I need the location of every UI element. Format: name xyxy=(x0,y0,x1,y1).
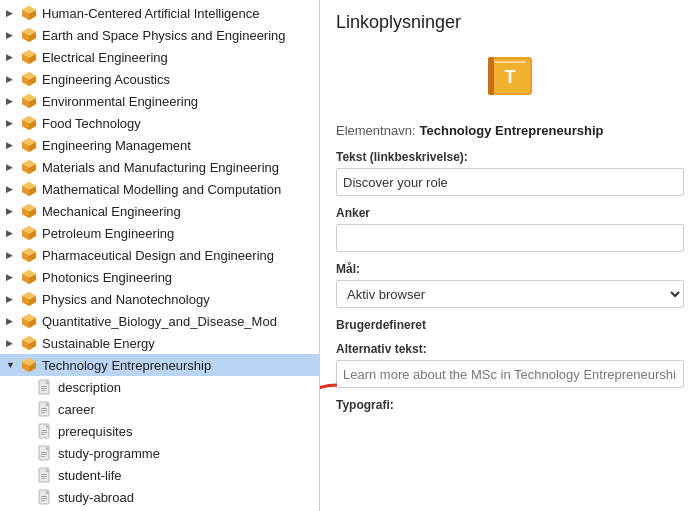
cube-icon xyxy=(20,93,38,109)
cube-icon xyxy=(20,27,38,43)
tree-item[interactable]: ▼ Technology Entrepreneurship xyxy=(0,354,319,376)
expand-arrow[interactable]: ▶ xyxy=(6,228,18,238)
tree-item-label: Pharmaceutical Design and Engineering xyxy=(42,248,274,263)
cube-icon xyxy=(20,49,38,65)
svg-rect-81 xyxy=(41,432,47,433)
typography-group: Typografi: xyxy=(336,398,684,412)
cube-icon xyxy=(20,313,38,329)
svg-rect-96 xyxy=(41,498,47,499)
expand-arrow[interactable]: ▶ xyxy=(6,184,18,194)
cube-icon xyxy=(20,291,38,307)
tree-item[interactable]: ▶ Sustainable Energy xyxy=(0,332,319,354)
element-name-value: Technology Entrepreneurship xyxy=(420,123,604,138)
svg-rect-97 xyxy=(41,500,45,501)
tree-item-label: Mechanical Engineering xyxy=(42,204,181,219)
tree-item-label: Human-Centered Artificial Intelligence xyxy=(42,6,260,21)
cube-icon xyxy=(20,159,38,175)
svg-rect-71 xyxy=(41,388,47,389)
tree-item-label: career xyxy=(58,402,95,417)
expand-arrow[interactable]: ▶ xyxy=(6,338,18,348)
tree-item[interactable]: ▶ Materials and Manufacturing Engineerin… xyxy=(0,156,319,178)
expand-arrow[interactable]: ▶ xyxy=(6,118,18,128)
tree-item-label: Technology Entrepreneurship xyxy=(42,358,211,373)
tree-item[interactable]: ▶ Electrical Engineering xyxy=(0,46,319,68)
tree-item[interactable]: ▶ Pharmaceutical Design and Engineering xyxy=(0,244,319,266)
svg-rect-87 xyxy=(41,456,45,457)
tree-item[interactable]: prerequisites xyxy=(0,420,319,442)
expand-arrow[interactable]: ▶ xyxy=(6,294,18,304)
svg-rect-77 xyxy=(41,412,45,413)
tree-item-label: Environmental Engineering xyxy=(42,94,198,109)
cube-icon xyxy=(20,71,38,87)
alt-text-input[interactable] xyxy=(336,360,684,388)
doc-icon xyxy=(36,489,54,505)
expand-arrow[interactable]: ▶ xyxy=(6,74,18,84)
user-defined-group: Brugerdefineret xyxy=(336,318,684,332)
tree-item[interactable]: ▶ Physics and Nanotechnology xyxy=(0,288,319,310)
svg-rect-92 xyxy=(41,478,45,479)
expand-arrow[interactable]: ▶ xyxy=(6,8,18,18)
tree-item[interactable]: ▶ Engineering Management xyxy=(0,134,319,156)
svg-rect-82 xyxy=(41,434,45,435)
tree-item[interactable]: student-life xyxy=(0,464,319,486)
tree-item[interactable]: ▶ Petroleum Engineering xyxy=(0,222,319,244)
tree-item[interactable]: study-abroad xyxy=(0,486,319,508)
tree-item-label: Photonics Engineering xyxy=(42,270,172,285)
cube-icon xyxy=(20,247,38,263)
expand-arrow[interactable]: ▶ xyxy=(6,30,18,40)
expand-arrow[interactable]: ▶ xyxy=(6,140,18,150)
tree-item-label: Sustainable Energy xyxy=(42,336,155,351)
tree-item-label: Mathematical Modelling and Computation xyxy=(42,182,281,197)
expand-arrow[interactable]: ▶ xyxy=(6,162,18,172)
svg-rect-76 xyxy=(41,410,47,411)
tree-item[interactable]: ▶ Photonics Engineering xyxy=(0,266,319,288)
expand-arrow[interactable]: ▶ xyxy=(6,250,18,260)
expand-arrow[interactable]: ▶ xyxy=(6,96,18,106)
tree-item[interactable]: ▶ Quantitative_Biology_and_Disease_Mod xyxy=(0,310,319,332)
anchor-label: Anker xyxy=(336,206,684,220)
tree-item[interactable]: ▶ Environmental Engineering xyxy=(0,90,319,112)
tree-item[interactable]: ▶ Mathematical Modelling and Computation xyxy=(0,178,319,200)
typography-label: Typografi: xyxy=(336,398,684,412)
element-name-row: Elementnavn: Technology Entrepreneurship xyxy=(336,123,684,138)
tree-item[interactable]: ▶ Food Technology xyxy=(0,112,319,134)
expand-arrow[interactable]: ▶ xyxy=(6,52,18,62)
tree-item[interactable]: ▶ Earth and Space Physics and Engineerin… xyxy=(0,24,319,46)
collapse-arrow[interactable]: ▼ xyxy=(6,360,18,370)
right-panel: Linkoplysninger T Elementnavn: Technolog… xyxy=(320,0,700,511)
tree-item[interactable]: ▶ Human-Centered Artificial Intelligence xyxy=(0,2,319,24)
tree-item[interactable]: career xyxy=(0,398,319,420)
cube-icon xyxy=(20,203,38,219)
doc-icon xyxy=(36,401,54,417)
tree-item[interactable]: ▶ Engineering Acoustics xyxy=(0,68,319,90)
svg-rect-80 xyxy=(41,430,47,431)
cube-icon xyxy=(20,357,38,373)
expand-arrow[interactable]: ▶ xyxy=(6,206,18,216)
user-defined-label: Brugerdefineret xyxy=(336,318,684,332)
expand-arrow[interactable]: ▶ xyxy=(6,316,18,326)
svg-rect-91 xyxy=(41,476,47,477)
target-label: Mål: xyxy=(336,262,684,276)
tree-item[interactable]: ▶ Mechanical Engineering xyxy=(0,200,319,222)
doc-icon xyxy=(36,379,54,395)
target-select[interactable]: Aktiv browserNyt vindueForældresideØvers… xyxy=(336,280,684,308)
text-input[interactable] xyxy=(336,168,684,196)
svg-rect-70 xyxy=(41,386,47,387)
tree-item[interactable]: description xyxy=(0,376,319,398)
doc-icon xyxy=(36,467,54,483)
expand-arrow[interactable]: ▶ xyxy=(6,272,18,282)
element-name-label: Elementnavn: xyxy=(336,123,416,138)
tree-item-label: Engineering Management xyxy=(42,138,191,153)
cube-icon xyxy=(20,269,38,285)
text-label: Tekst (linkbeskrivelse): xyxy=(336,150,684,164)
tree-item[interactable]: study-programme xyxy=(0,442,319,464)
anchor-group: Anker xyxy=(336,206,684,252)
tree-item-label: study-abroad xyxy=(58,490,134,505)
tree-item-label: Engineering Acoustics xyxy=(42,72,170,87)
book-icon-container: T xyxy=(336,47,684,107)
anchor-input[interactable] xyxy=(336,224,684,252)
tree-item-label: student-life xyxy=(58,468,122,483)
svg-rect-86 xyxy=(41,454,47,455)
cube-icon xyxy=(20,137,38,153)
svg-text:T: T xyxy=(505,67,516,87)
